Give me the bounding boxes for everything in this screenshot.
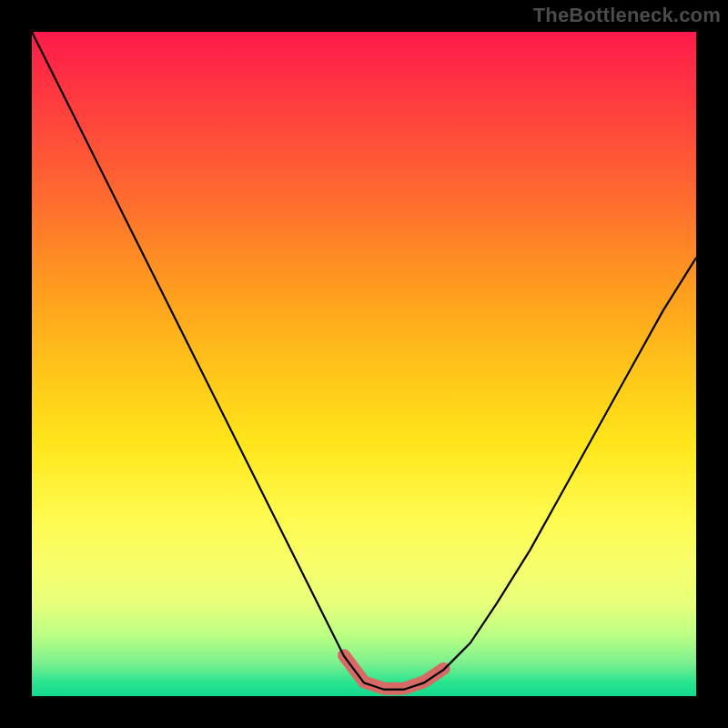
chart-svg <box>32 32 696 696</box>
bottleneck-highlight <box>344 655 444 689</box>
watermark-text: TheBottleneck.com <box>533 4 721 27</box>
chart-frame: TheBottleneck.com <box>0 0 728 728</box>
plot-area <box>32 32 696 696</box>
bottleneck-curve <box>32 32 696 690</box>
